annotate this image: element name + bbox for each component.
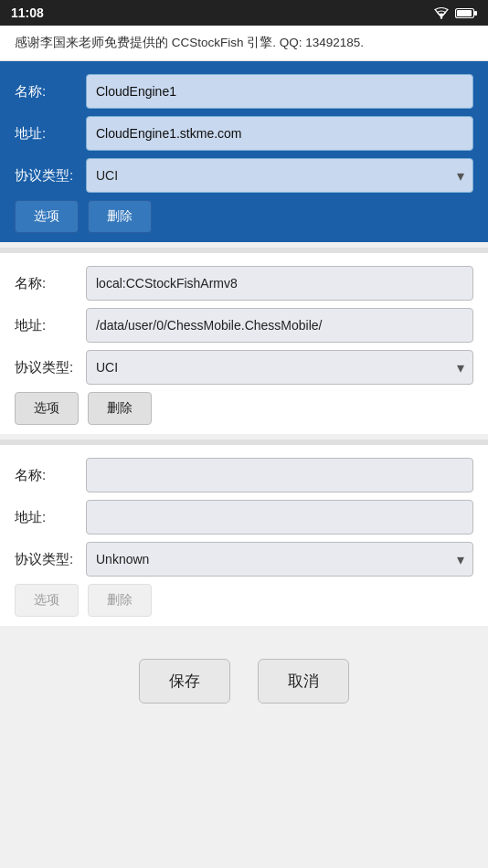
address-input-1[interactable] [86,116,473,151]
protocol-select-1[interactable]: UnknownUCIWinBoardUCCI [86,158,473,193]
name-row-1: 名称: [15,74,473,109]
btn-row-1: 选项 删除 [15,200,473,233]
name-label-2: 名称: [15,275,86,292]
protocol-select-wrapper-2: UnknownUCIWinBoardUCCI ▾ [86,350,473,385]
protocol-row-2: 协议类型: UnknownUCIWinBoardUCCI ▾ [15,350,473,385]
status-bar: 11:08 [0,0,488,26]
address-row-1: 地址: [15,116,473,151]
status-icons [433,6,477,19]
protocol-label-1: 协议类型: [15,167,86,185]
svg-rect-2 [474,11,477,16]
btn-row-3: 选项 删除 [15,584,473,617]
engine-card-1: 名称: 地址: 协议类型: UnknownUCIWinBoardUCCI ▾ 选… [0,61,488,242]
protocol-select-wrapper-3: UnknownUCIWinBoardUCCI ▾ [86,542,473,577]
btn-row-2: 选项 删除 [15,392,473,425]
name-label-1: 名称: [15,83,86,101]
address-input-2[interactable] [86,308,473,343]
svg-rect-3 [457,10,472,16]
battery-icon [455,7,477,19]
options-button-1[interactable]: 选项 [15,200,79,233]
options-button-3: 选项 [15,584,79,617]
address-label-2: 地址: [15,317,86,334]
protocol-select-wrapper-1: UnknownUCIWinBoardUCCI ▾ [86,158,473,193]
protocol-label-3: 协议类型: [15,551,86,568]
delete-button-1[interactable]: 删除 [88,200,152,233]
name-label-3: 名称: [15,467,86,484]
options-button-2[interactable]: 选项 [15,392,79,425]
name-input-2[interactable] [86,266,473,301]
delete-button-2[interactable]: 删除 [88,392,152,425]
engine-card-3: 名称: 地址: 协议类型: UnknownUCIWinBoardUCCI ▾ 选… [0,445,488,626]
name-row-3: 名称: [15,458,473,492]
protocol-select-3[interactable]: UnknownUCIWinBoardUCCI [86,542,473,577]
protocol-row-1: 协议类型: UnknownUCIWinBoardUCCI ▾ [15,158,473,193]
engines-container: 名称: 地址: 协议类型: UnknownUCIWinBoardUCCI ▾ 选… [0,61,488,626]
name-input-1[interactable] [86,74,473,109]
protocol-select-2[interactable]: UnknownUCIWinBoardUCCI [86,350,473,385]
status-time: 11:08 [11,5,44,20]
protocol-label-2: 协议类型: [15,359,86,376]
address-row-2: 地址: [15,308,473,343]
engine-card-2: 名称: 地址: 协议类型: UnknownUCIWinBoardUCCI ▾ 选… [0,253,488,434]
save-button[interactable]: 保存 [139,659,230,704]
address-input-3[interactable] [86,500,473,535]
banner-text: 感谢李国来老师免费提供的 CCStockFish 引擎. QQ: 1349218… [15,36,364,49]
cancel-button[interactable]: 取消 [258,659,349,704]
delete-button-3: 删除 [88,584,152,617]
wifi-icon [433,6,450,19]
bottom-actions: 保存 取消 [0,631,488,722]
protocol-row-3: 协议类型: UnknownUCIWinBoardUCCI ▾ [15,542,473,577]
address-row-3: 地址: [15,500,473,535]
address-label-1: 地址: [15,125,86,143]
name-input-3[interactable] [86,458,473,492]
svg-point-0 [440,16,442,18]
banner: 感谢李国来老师免费提供的 CCStockFish 引擎. QQ: 1349218… [0,26,488,61]
address-label-3: 地址: [15,509,86,526]
name-row-2: 名称: [15,266,473,301]
